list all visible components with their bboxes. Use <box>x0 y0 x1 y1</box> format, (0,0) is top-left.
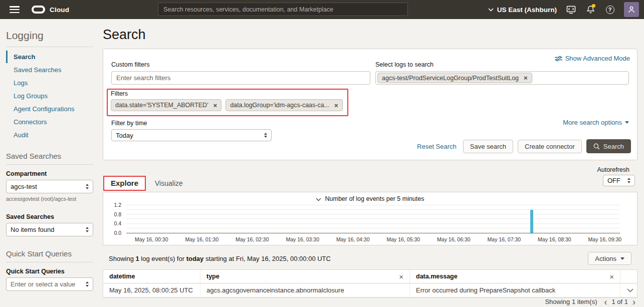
custom-filters-label: Custom filters <box>111 61 370 68</box>
x-tick-label: May 16, 06:30 <box>437 236 471 242</box>
filter-chip-label: data.logGroup='idm-agcs-caas-ca... <box>230 102 329 109</box>
y-tick-label: 1.2 <box>114 202 121 208</box>
column-header-data-message[interactable]: data.message× <box>410 270 620 283</box>
divider <box>6 262 93 262</box>
x-tick-label: May 16, 02:30 <box>236 236 269 242</box>
column-header-expand <box>620 270 637 283</box>
gridline <box>126 223 620 224</box>
quick-start-label: Quick Start Queries <box>6 268 93 275</box>
items-count: Showing 1 item(s) <box>545 298 597 305</box>
user-avatar[interactable] <box>624 2 639 17</box>
filters-label: Filters <box>111 90 343 97</box>
gridline <box>126 209 620 210</box>
sidebar-item-log-groups[interactable]: Log Groups <box>6 90 93 102</box>
divider <box>6 164 93 165</box>
x-tick-label: May 16, 04:30 <box>336 236 370 242</box>
result-count: 1 <box>135 255 139 262</box>
search-icon <box>593 143 600 150</box>
show-advanced-mode-link[interactable]: Show Advanced Mode <box>555 55 630 62</box>
filter-by-time-select[interactable]: Today <box>111 129 272 141</box>
filter-chip-label: data.state='SYSTEM_ABORTED' <box>115 102 208 109</box>
column-header-datetime[interactable]: datetime <box>103 270 200 283</box>
page-title: Search <box>103 27 146 43</box>
notifications-bell-icon[interactable] <box>585 4 596 15</box>
stepper-icon <box>627 178 630 183</box>
pagination: ‹ 1 of 1 › <box>604 298 635 305</box>
quick-start-placeholder: Enter or select a value <box>11 280 75 288</box>
sidebar-item-agent-configurations[interactable]: Agent Configurations <box>6 103 93 115</box>
select-logs-input[interactable]: agcs-test/ProdServiceLogGroup/ProdTestSu… <box>375 71 629 85</box>
create-connector-button[interactable]: Create connector <box>518 140 582 153</box>
collapse-chevron-icon <box>316 198 321 201</box>
annotation-box-filters: Filters data.state='SYSTEM_ABORTED'×data… <box>107 89 348 116</box>
remove-filter-icon[interactable]: × <box>213 102 218 109</box>
prev-page-icon[interactable]: ‹ <box>604 298 607 305</box>
tab-visualize[interactable]: Visualize <box>146 176 192 191</box>
column-header-label: datetime <box>109 273 135 280</box>
x-tick-label: May 16, 01:30 <box>185 236 219 242</box>
chart-x-axis: May 16, 00:30May 16, 01:30May 16, 02:30M… <box>126 236 620 244</box>
global-search-input[interactable] <box>158 3 408 16</box>
stepper-icon <box>86 227 89 232</box>
compartment-label: Compartment <box>6 170 93 177</box>
oracle-cloud-logo[interactable]: Cloud <box>32 6 69 14</box>
selected-log-chip: agcs-test/ProdServiceLogGroup/ProdTestSu… <box>377 73 532 83</box>
sidebar-item-logs[interactable]: Logs <box>6 77 93 89</box>
stepper-icon <box>86 281 89 287</box>
autorefresh-select[interactable]: OFF <box>603 175 635 186</box>
search-button[interactable]: Search <box>586 139 631 153</box>
saved-searches-select[interactable]: No items found <box>6 223 93 236</box>
x-tick-label: May 16, 00:30 <box>135 236 168 242</box>
save-search-button[interactable]: Save search <box>463 140 513 153</box>
tab-explore[interactable]: Explore <box>103 176 146 191</box>
caret-down-icon <box>625 121 629 124</box>
table-row[interactable]: May 16, 2025, 08:00:25 UTCagcs.agcsgover… <box>103 283 637 297</box>
chart-title[interactable]: Number of log events per 5 minutes <box>103 195 637 202</box>
sidebar-item-saved-searches[interactable]: Saved Searches <box>6 64 93 76</box>
region-selector[interactable]: US East (Ashburn) <box>488 6 557 14</box>
remove-filter-icon[interactable]: × <box>334 102 338 109</box>
region-label: US East (Ashburn) <box>497 6 557 14</box>
filter-by-time-value: Today <box>116 132 133 139</box>
cell-datetime: May 16, 2025, 08:00:25 UTC <box>103 283 200 297</box>
select-logs-label: Select logs to search <box>375 61 629 68</box>
chevron-down-icon <box>488 8 494 12</box>
cloud-shell-icon[interactable] <box>565 4 576 15</box>
caret-down-icon <box>620 257 624 260</box>
table-footer: Showing 1 item(s) ‹ 1 of 1 › <box>545 298 635 305</box>
column-header-type[interactable]: type× <box>200 270 410 283</box>
x-tick-label: May 16, 03:30 <box>286 236 320 242</box>
sidebar-nav: SearchSaved SearchesLogsLog GroupsAgent … <box>6 51 93 141</box>
sidebar-item-audit[interactable]: Audit <box>6 129 93 141</box>
sidebar-item-search[interactable]: Search <box>6 51 93 63</box>
gridline <box>126 205 620 205</box>
sidebar-item-connectors[interactable]: Connectors <box>6 116 93 128</box>
chart-bar[interactable] <box>530 210 533 233</box>
table-header-row: datetimetype×data.message× <box>103 270 637 283</box>
main-content: Search Show Advanced Mode Custom filters… <box>103 19 637 307</box>
help-icon[interactable]: ? <box>604 4 615 15</box>
chart-plot <box>126 202 620 233</box>
more-search-options-link[interactable]: More search options <box>563 119 629 126</box>
chart-y-axis: 0.00.40.81.2 <box>103 202 125 233</box>
x-tick-label: May 16, 09:30 <box>588 236 622 242</box>
stepper-icon <box>86 184 89 189</box>
person-icon <box>627 6 635 14</box>
compartment-select[interactable]: agcs-test <box>6 180 93 193</box>
autorefresh-value: OFF <box>607 177 620 184</box>
menu-icon[interactable] <box>10 6 20 13</box>
remove-column-icon[interactable]: × <box>396 272 406 281</box>
remove-log-icon[interactable]: × <box>524 74 528 82</box>
search-panel: Show Advanced Mode Custom filters Select… <box>103 49 637 160</box>
column-header-label: type <box>206 273 220 280</box>
y-tick-label: 0.4 <box>114 220 121 226</box>
expand-row-chevron-icon[interactable] <box>620 283 637 297</box>
remove-column-icon[interactable]: × <box>606 272 617 281</box>
next-page-icon[interactable]: › <box>632 298 635 305</box>
actions-button[interactable]: Actions <box>588 252 631 265</box>
reset-search-link[interactable]: Reset Search <box>417 143 457 150</box>
quick-start-select[interactable]: Enter or select a value <box>6 277 93 291</box>
filter-chip: data.state='SYSTEM_ABORTED'× <box>111 99 222 111</box>
table-body: May 16, 2025, 08:00:25 UTCagcs.agcsgover… <box>103 283 637 297</box>
custom-filters-input[interactable] <box>111 71 370 85</box>
